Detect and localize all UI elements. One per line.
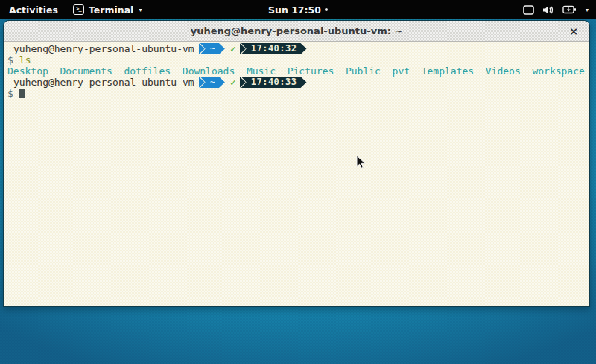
terminal-icon: >_ — [73, 4, 84, 15]
prompt-line-1: yuheng@henry-personal-ubuntu-vm ~ ✓ 17:4… — [7, 43, 586, 54]
system-status-menu[interactable]: ▾ — [523, 0, 589, 19]
terminal-content[interactable]: yuheng@henry-personal-ubuntu-vm ~ ✓ 17:4… — [4, 42, 589, 306]
clock-label: Sun 17:50 — [268, 4, 321, 16]
app-menu-terminal[interactable]: >_ Terminal ▾ — [73, 4, 142, 16]
exit-status-check-icon: ✓ — [230, 77, 236, 88]
exit-status-check-icon: ✓ — [230, 43, 236, 54]
prompt-user-host: yuheng@henry-personal-ubuntu-vm — [13, 43, 194, 54]
activities-button[interactable]: Activities — [9, 4, 58, 16]
prompt-path-segment: ~ — [199, 77, 225, 88]
window-title: yuheng@henry-personal-ubuntu-vm: ~ — [191, 25, 403, 36]
input-line[interactable]: $ — [7, 88, 586, 99]
prompt-time-segment: 17:40:32 — [240, 43, 307, 54]
close-icon[interactable]: × — [567, 25, 580, 38]
prompt-time: 17:40:33 — [241, 77, 307, 88]
prompt-time: 17:40:32 — [241, 43, 307, 54]
clock-button[interactable]: Sun 17:50 — [268, 4, 328, 16]
shell-prompt-symbol: $ — [7, 54, 13, 66]
notification-dot-icon — [325, 8, 328, 11]
prompt-path-segment: ~ — [199, 43, 225, 54]
terminal-cursor — [19, 89, 25, 98]
app-menu-label: Terminal — [89, 4, 133, 16]
shell-prompt-symbol: $ — [7, 88, 13, 99]
prompt-time-segment: 17:40:33 — [240, 77, 307, 88]
prompt-user-host: yuheng@henry-personal-ubuntu-vm — [13, 77, 194, 88]
dir-listing: Desktop Documents dotfiles Downloads Mus… — [7, 66, 585, 77]
window-titlebar[interactable]: yuheng@henry-personal-ubuntu-vm: ~ × — [4, 21, 589, 42]
battery-charging-icon — [562, 5, 577, 14]
terminal-window: yuheng@henry-personal-ubuntu-vm: ~ × yuh… — [3, 20, 590, 307]
top-bar: Activities >_ Terminal ▾ Sun 17:50 ▾ — [0, 0, 596, 19]
desktop: { "topbar": { "activities_label": "Activ… — [0, 0, 596, 364]
volume-icon — [542, 5, 554, 15]
display-icon — [523, 5, 534, 15]
chevron-down-icon: ▾ — [586, 7, 589, 13]
prompt-line-2: yuheng@henry-personal-ubuntu-vm ~ ✓ 17:4… — [7, 77, 586, 88]
typed-command: ls — [19, 54, 31, 66]
command-line: $ ls — [7, 54, 586, 66]
ls-output-line: Desktop Documents dotfiles Downloads Mus… — [7, 66, 586, 77]
chevron-down-icon: ▾ — [139, 7, 142, 13]
